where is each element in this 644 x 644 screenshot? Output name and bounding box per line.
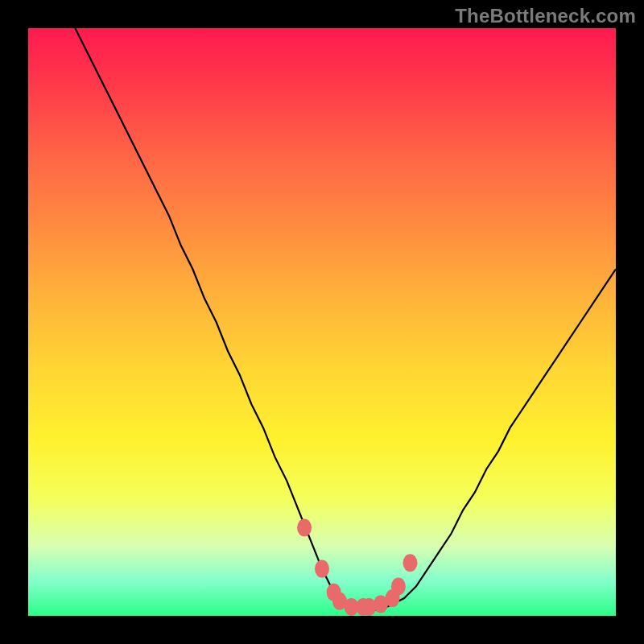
watermark-text: TheBottleneck.com [455, 5, 636, 27]
plot-area [28, 28, 616, 616]
bottleneck-curve [75, 28, 616, 610]
marker-point [391, 578, 406, 596]
marker-point [403, 554, 418, 572]
chart-frame: TheBottleneck.com [0, 0, 644, 644]
marker-point [297, 519, 312, 537]
curve-svg [28, 28, 616, 616]
marker-point [315, 560, 329, 578]
